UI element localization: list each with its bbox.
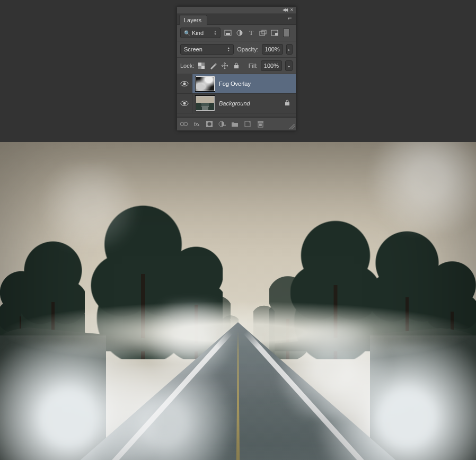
collapse-icon[interactable]: ◀◀ (283, 8, 287, 12)
close-icon[interactable]: ✕ (290, 8, 294, 12)
eye-icon (180, 81, 189, 87)
lock-icon[interactable] (284, 100, 290, 107)
svg-rect-8 (198, 63, 201, 66)
layers-list: Fog Overlay Background (177, 74, 296, 117)
blend-mode-value: Screen (184, 46, 202, 52)
svg-point-19 (208, 122, 211, 126)
filter-smart-icon[interactable] (270, 29, 279, 37)
layers-panel: ◀◀ ✕ Layers ▾≡ 🔍 Kind ▲▼ T Screen ▲▼ (177, 6, 296, 131)
lock-label: Lock: (180, 63, 194, 69)
svg-point-14 (183, 102, 186, 105)
svg-rect-15 (285, 102, 289, 105)
visibility-toggle[interactable] (177, 74, 192, 93)
svg-rect-1 (226, 33, 230, 35)
opacity-flyout-icon[interactable]: ▸ (286, 44, 293, 55)
lock-pixels-icon[interactable] (209, 61, 217, 70)
layer-item[interactable]: Background (177, 94, 296, 113)
filter-kind-dropdown[interactable]: 🔍 Kind ▲▼ (180, 28, 221, 38)
blend-row: Screen ▲▼ Opacity: 100% ▸ (177, 41, 296, 58)
svg-rect-17 (184, 122, 188, 126)
layer-thumbnail[interactable] (196, 96, 215, 111)
fill-flyout-icon[interactable]: ▸ (285, 60, 293, 71)
lock-all-icon[interactable] (232, 61, 241, 70)
svg-rect-9 (201, 66, 205, 69)
filter-toggle[interactable] (283, 29, 289, 37)
panel-titlebar[interactable]: ◀◀ ✕ (177, 7, 296, 14)
layer-thumbnail[interactable] (196, 76, 215, 91)
blend-mode-dropdown[interactable]: Screen ▲▼ (180, 44, 234, 55)
eye-icon (180, 100, 189, 107)
fx-icon[interactable]: fx▴ (193, 120, 200, 128)
svg-rect-6 (275, 33, 278, 36)
resize-grip[interactable] (289, 124, 295, 129)
svg-rect-4 (262, 30, 266, 34)
group-icon[interactable] (231, 120, 239, 128)
panel-menu-icon[interactable]: ▾≡ (285, 15, 294, 22)
search-icon: 🔍 (184, 30, 190, 36)
filter-pixel-icon[interactable] (224, 29, 232, 37)
mask-icon[interactable] (206, 120, 213, 128)
new-layer-icon[interactable] (244, 120, 251, 128)
panel-tabbar: Layers ▾≡ (177, 14, 296, 25)
lock-transparent-icon[interactable] (197, 61, 206, 70)
link-layers-icon[interactable] (180, 120, 188, 128)
visibility-toggle[interactable] (177, 94, 192, 113)
filter-adjust-icon[interactable] (235, 29, 244, 37)
lock-row: Lock: Fill: 100% ▸ (177, 58, 296, 74)
svg-rect-16 (180, 122, 184, 126)
svg-rect-10 (234, 65, 239, 68)
tab-layers[interactable]: Layers (179, 15, 207, 25)
filter-shape-icon[interactable] (259, 29, 267, 37)
layer-item[interactable]: Fog Overlay (177, 74, 296, 94)
trash-icon[interactable] (257, 120, 264, 128)
canvas-image (0, 142, 476, 460)
lock-position-icon[interactable] (221, 61, 229, 70)
layer-filter-row: 🔍 Kind ▲▼ T (177, 25, 296, 41)
layers-bottom-bar: fx▴ ▴ (177, 117, 296, 130)
adjustment-icon[interactable]: ▴ (218, 120, 226, 128)
layer-name[interactable]: Background (219, 100, 250, 107)
filter-kind-label: Kind (192, 30, 204, 36)
opacity-label: Opacity: (237, 46, 258, 52)
fill-input[interactable]: 100% (261, 60, 282, 71)
layer-name[interactable]: Fog Overlay (219, 81, 251, 87)
svg-point-12 (183, 83, 186, 85)
filter-type-icon[interactable]: T (247, 29, 255, 37)
opacity-input[interactable]: 100% (262, 44, 283, 55)
fill-label: Fill: (249, 63, 258, 69)
svg-rect-26 (258, 121, 263, 122)
